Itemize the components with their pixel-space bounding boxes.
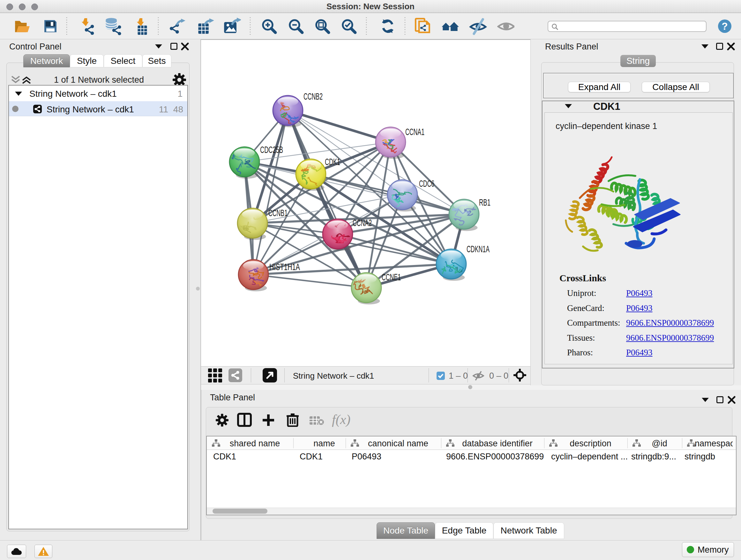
svg-text:CDC6: CDC6 (419, 179, 434, 189)
svg-text:CCNA2: CCNA2 (353, 218, 372, 228)
svg-text:CCNE1: CCNE1 (382, 272, 401, 282)
svg-text:CDK1: CDK1 (325, 157, 340, 167)
svg-text:RB1: RB1 (479, 197, 490, 207)
svg-text:HIST1H1A: HIST1H1A (269, 262, 300, 272)
svg-text:CDKN1A: CDKN1A (467, 244, 489, 254)
svg-text:?: ? (722, 21, 728, 32)
svg-text:CCNB1: CCNB1 (268, 208, 287, 218)
svg-text:CDC25B: CDC25B (260, 145, 283, 155)
svg-text:CCNA1: CCNA1 (405, 127, 424, 137)
svg-text:CCNB2: CCNB2 (304, 91, 323, 102)
